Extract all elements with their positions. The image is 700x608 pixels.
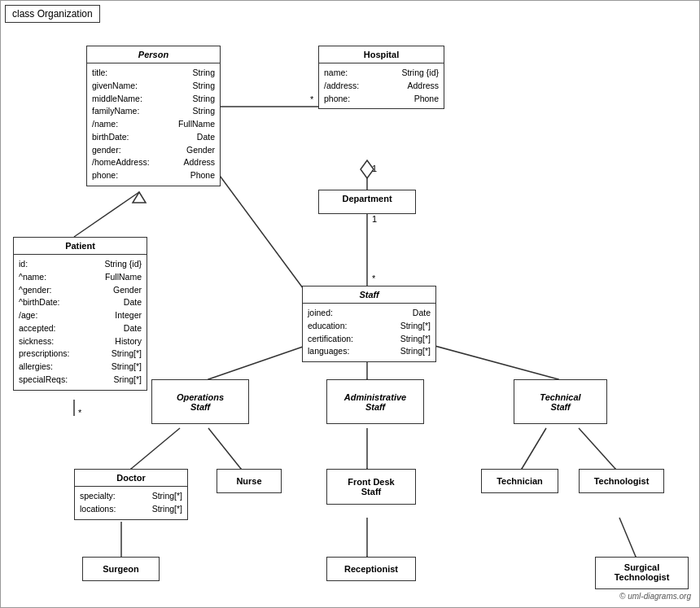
- surgical-technologist-class-name: SurgicalTechnologist: [596, 558, 688, 587]
- surgeon-class-name: Surgeon: [83, 558, 159, 580]
- operations-staff-class: OperationsStaff: [151, 379, 249, 424]
- hospital-class-attrs: name:String {id} /address:Address phone:…: [319, 63, 444, 108]
- staff-class: Staff joined:Date education:String[*] ce…: [302, 286, 436, 362]
- admin-staff-class-name: AdministrativeStaff: [327, 386, 423, 418]
- technician-class-name: Technician: [482, 470, 558, 492]
- nurse-class-name: Nurse: [217, 470, 281, 492]
- svg-line-34: [619, 518, 636, 557]
- svg-line-22: [208, 428, 241, 469]
- doctor-class-attrs: specialty:String[*] locations:String[*]: [75, 487, 187, 519]
- doctor-class: Doctor specialty:String[*] locations:Str…: [74, 469, 188, 520]
- person-class: Person title:String givenName:String mid…: [86, 46, 221, 186]
- nurse-class: Nurse: [217, 469, 282, 493]
- svg-marker-11: [133, 192, 146, 203]
- uml-diagram: class Organization * * 1 * 1 *: [0, 0, 700, 608]
- diagram-title: class Organization: [5, 5, 100, 23]
- patient-class-attrs: id:String {id} ^name:FullName ^gender:Ge…: [14, 255, 147, 390]
- patient-class: Patient id:String {id} ^name:FullName ^g…: [13, 237, 147, 391]
- patient-class-name: Patient: [14, 238, 147, 255]
- svg-text:*: *: [372, 273, 376, 283]
- hospital-class: Hospital name:String {id} /address:Addre…: [318, 46, 444, 109]
- receptionist-class-name: Receptionist: [327, 558, 415, 580]
- technician-class: Technician: [481, 469, 558, 493]
- svg-line-10: [74, 192, 139, 237]
- operations-staff-class-name: OperationsStaff: [152, 386, 248, 418]
- person-class-name: Person: [87, 46, 220, 63]
- svg-line-20: [131, 428, 180, 469]
- department-class: Department: [318, 190, 416, 214]
- svg-text:*: *: [78, 408, 82, 418]
- person-class-attrs: title:String givenName:String middleName…: [87, 63, 220, 186]
- svg-line-26: [522, 428, 546, 469]
- svg-line-12: [211, 164, 310, 298]
- svg-text:1: 1: [372, 164, 377, 173]
- svg-line-28: [579, 428, 615, 469]
- technologist-class: Technologist: [579, 469, 664, 493]
- technical-staff-class: TechnicalStaff: [514, 379, 607, 424]
- surgical-technologist-class: SurgicalTechnologist: [595, 557, 689, 589]
- svg-marker-4: [361, 160, 374, 178]
- front-desk-staff-class: Front DeskStaff: [326, 469, 416, 505]
- staff-class-name: Staff: [303, 287, 435, 304]
- receptionist-class: Receptionist: [326, 557, 416, 581]
- department-class-name: Department: [319, 190, 415, 207]
- svg-text:*: *: [310, 94, 314, 104]
- hospital-class-name: Hospital: [319, 46, 444, 63]
- surgeon-class: Surgeon: [82, 557, 160, 581]
- doctor-class-name: Doctor: [75, 470, 187, 487]
- front-desk-staff-class-name: Front DeskStaff: [327, 472, 415, 501]
- admin-staff-class: AdministrativeStaff: [326, 379, 424, 424]
- copyright-text: © uml-diagrams.org: [619, 592, 691, 601]
- staff-class-attrs: joined:Date education:String[*] certific…: [303, 304, 435, 361]
- technical-staff-class-name: TechnicalStaff: [514, 386, 606, 418]
- technologist-class-name: Technologist: [580, 470, 663, 492]
- svg-text:1: 1: [372, 214, 377, 224]
